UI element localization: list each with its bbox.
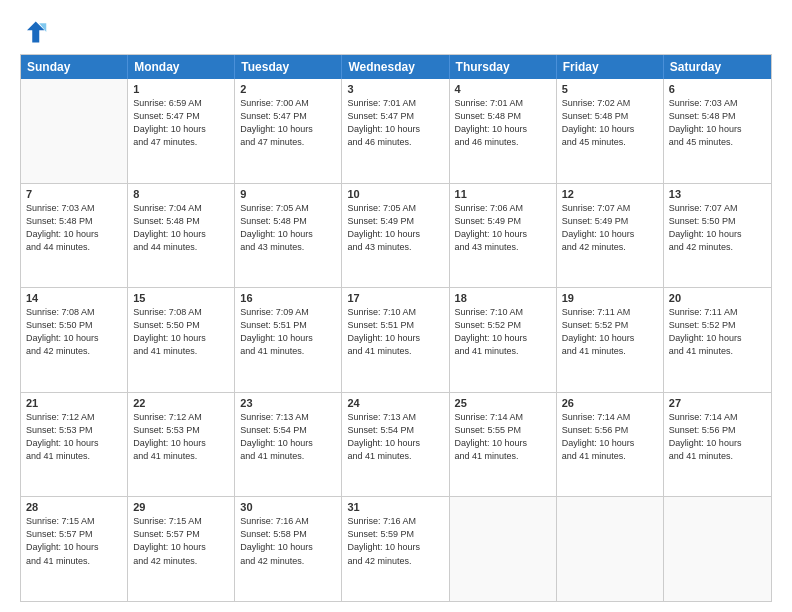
empty-cell [450, 497, 557, 601]
day-number: 5 [562, 83, 658, 95]
day-info: Sunrise: 7:11 AM Sunset: 5:52 PM Dayligh… [562, 306, 658, 358]
logo [20, 18, 52, 46]
day-info: Sunrise: 7:01 AM Sunset: 5:48 PM Dayligh… [455, 97, 551, 149]
day-number: 31 [347, 501, 443, 513]
day-number: 4 [455, 83, 551, 95]
day-number: 8 [133, 188, 229, 200]
day-number: 1 [133, 83, 229, 95]
day-info: Sunrise: 7:13 AM Sunset: 5:54 PM Dayligh… [347, 411, 443, 463]
header-day-wednesday: Wednesday [342, 55, 449, 79]
day-number: 12 [562, 188, 658, 200]
day-number: 23 [240, 397, 336, 409]
day-number: 24 [347, 397, 443, 409]
logo-icon [20, 18, 48, 46]
header-day-monday: Monday [128, 55, 235, 79]
header-day-tuesday: Tuesday [235, 55, 342, 79]
day-number: 7 [26, 188, 122, 200]
day-cell-25: 25Sunrise: 7:14 AM Sunset: 5:55 PM Dayli… [450, 393, 557, 497]
day-number: 25 [455, 397, 551, 409]
day-cell-9: 9Sunrise: 7:05 AM Sunset: 5:48 PM Daylig… [235, 184, 342, 288]
empty-cell [21, 79, 128, 183]
day-info: Sunrise: 7:00 AM Sunset: 5:47 PM Dayligh… [240, 97, 336, 149]
header-day-saturday: Saturday [664, 55, 771, 79]
day-cell-22: 22Sunrise: 7:12 AM Sunset: 5:53 PM Dayli… [128, 393, 235, 497]
day-info: Sunrise: 7:09 AM Sunset: 5:51 PM Dayligh… [240, 306, 336, 358]
day-number: 9 [240, 188, 336, 200]
header-day-friday: Friday [557, 55, 664, 79]
day-number: 19 [562, 292, 658, 304]
day-number: 18 [455, 292, 551, 304]
day-cell-29: 29Sunrise: 7:15 AM Sunset: 5:57 PM Dayli… [128, 497, 235, 601]
calendar-row-5: 28Sunrise: 7:15 AM Sunset: 5:57 PM Dayli… [21, 496, 771, 601]
day-info: Sunrise: 7:05 AM Sunset: 5:49 PM Dayligh… [347, 202, 443, 254]
day-info: Sunrise: 7:15 AM Sunset: 5:57 PM Dayligh… [26, 515, 122, 567]
day-info: Sunrise: 7:08 AM Sunset: 5:50 PM Dayligh… [26, 306, 122, 358]
day-number: 3 [347, 83, 443, 95]
day-cell-19: 19Sunrise: 7:11 AM Sunset: 5:52 PM Dayli… [557, 288, 664, 392]
day-number: 13 [669, 188, 766, 200]
header-day-sunday: Sunday [21, 55, 128, 79]
calendar: SundayMondayTuesdayWednesdayThursdayFrid… [20, 54, 772, 602]
day-info: Sunrise: 7:07 AM Sunset: 5:49 PM Dayligh… [562, 202, 658, 254]
day-cell-31: 31Sunrise: 7:16 AM Sunset: 5:59 PM Dayli… [342, 497, 449, 601]
day-number: 20 [669, 292, 766, 304]
day-info: Sunrise: 7:02 AM Sunset: 5:48 PM Dayligh… [562, 97, 658, 149]
day-cell-13: 13Sunrise: 7:07 AM Sunset: 5:50 PM Dayli… [664, 184, 771, 288]
day-cell-26: 26Sunrise: 7:14 AM Sunset: 5:56 PM Dayli… [557, 393, 664, 497]
day-cell-6: 6Sunrise: 7:03 AM Sunset: 5:48 PM Daylig… [664, 79, 771, 183]
day-number: 14 [26, 292, 122, 304]
day-info: Sunrise: 7:14 AM Sunset: 5:56 PM Dayligh… [669, 411, 766, 463]
day-cell-16: 16Sunrise: 7:09 AM Sunset: 5:51 PM Dayli… [235, 288, 342, 392]
day-number: 11 [455, 188, 551, 200]
day-info: Sunrise: 7:10 AM Sunset: 5:52 PM Dayligh… [455, 306, 551, 358]
calendar-row-4: 21Sunrise: 7:12 AM Sunset: 5:53 PM Dayli… [21, 392, 771, 497]
day-number: 30 [240, 501, 336, 513]
day-info: Sunrise: 7:12 AM Sunset: 5:53 PM Dayligh… [133, 411, 229, 463]
calendar-row-3: 14Sunrise: 7:08 AM Sunset: 5:50 PM Dayli… [21, 287, 771, 392]
day-cell-12: 12Sunrise: 7:07 AM Sunset: 5:49 PM Dayli… [557, 184, 664, 288]
calendar-body: 1Sunrise: 6:59 AM Sunset: 5:47 PM Daylig… [21, 79, 771, 601]
day-info: Sunrise: 7:16 AM Sunset: 5:59 PM Dayligh… [347, 515, 443, 567]
day-info: Sunrise: 7:10 AM Sunset: 5:51 PM Dayligh… [347, 306, 443, 358]
day-number: 2 [240, 83, 336, 95]
day-cell-14: 14Sunrise: 7:08 AM Sunset: 5:50 PM Dayli… [21, 288, 128, 392]
day-cell-24: 24Sunrise: 7:13 AM Sunset: 5:54 PM Dayli… [342, 393, 449, 497]
day-number: 22 [133, 397, 229, 409]
page: SundayMondayTuesdayWednesdayThursdayFrid… [0, 0, 792, 612]
day-cell-23: 23Sunrise: 7:13 AM Sunset: 5:54 PM Dayli… [235, 393, 342, 497]
day-cell-1: 1Sunrise: 6:59 AM Sunset: 5:47 PM Daylig… [128, 79, 235, 183]
day-info: Sunrise: 7:14 AM Sunset: 5:55 PM Dayligh… [455, 411, 551, 463]
day-number: 29 [133, 501, 229, 513]
day-cell-27: 27Sunrise: 7:14 AM Sunset: 5:56 PM Dayli… [664, 393, 771, 497]
day-number: 6 [669, 83, 766, 95]
day-info: Sunrise: 7:01 AM Sunset: 5:47 PM Dayligh… [347, 97, 443, 149]
day-cell-5: 5Sunrise: 7:02 AM Sunset: 5:48 PM Daylig… [557, 79, 664, 183]
day-cell-15: 15Sunrise: 7:08 AM Sunset: 5:50 PM Dayli… [128, 288, 235, 392]
calendar-header: SundayMondayTuesdayWednesdayThursdayFrid… [21, 55, 771, 79]
day-number: 21 [26, 397, 122, 409]
day-info: Sunrise: 7:04 AM Sunset: 5:48 PM Dayligh… [133, 202, 229, 254]
day-info: Sunrise: 7:03 AM Sunset: 5:48 PM Dayligh… [669, 97, 766, 149]
day-info: Sunrise: 7:05 AM Sunset: 5:48 PM Dayligh… [240, 202, 336, 254]
day-cell-20: 20Sunrise: 7:11 AM Sunset: 5:52 PM Dayli… [664, 288, 771, 392]
calendar-row-2: 7Sunrise: 7:03 AM Sunset: 5:48 PM Daylig… [21, 183, 771, 288]
day-cell-7: 7Sunrise: 7:03 AM Sunset: 5:48 PM Daylig… [21, 184, 128, 288]
header-day-thursday: Thursday [450, 55, 557, 79]
day-cell-17: 17Sunrise: 7:10 AM Sunset: 5:51 PM Dayli… [342, 288, 449, 392]
day-number: 10 [347, 188, 443, 200]
day-info: Sunrise: 7:07 AM Sunset: 5:50 PM Dayligh… [669, 202, 766, 254]
day-number: 16 [240, 292, 336, 304]
day-number: 26 [562, 397, 658, 409]
calendar-row-1: 1Sunrise: 6:59 AM Sunset: 5:47 PM Daylig… [21, 79, 771, 183]
day-number: 15 [133, 292, 229, 304]
day-info: Sunrise: 7:15 AM Sunset: 5:57 PM Dayligh… [133, 515, 229, 567]
day-number: 27 [669, 397, 766, 409]
day-number: 28 [26, 501, 122, 513]
day-info: Sunrise: 7:06 AM Sunset: 5:49 PM Dayligh… [455, 202, 551, 254]
day-number: 17 [347, 292, 443, 304]
empty-cell [557, 497, 664, 601]
day-cell-21: 21Sunrise: 7:12 AM Sunset: 5:53 PM Dayli… [21, 393, 128, 497]
day-cell-11: 11Sunrise: 7:06 AM Sunset: 5:49 PM Dayli… [450, 184, 557, 288]
day-cell-2: 2Sunrise: 7:00 AM Sunset: 5:47 PM Daylig… [235, 79, 342, 183]
day-cell-3: 3Sunrise: 7:01 AM Sunset: 5:47 PM Daylig… [342, 79, 449, 183]
